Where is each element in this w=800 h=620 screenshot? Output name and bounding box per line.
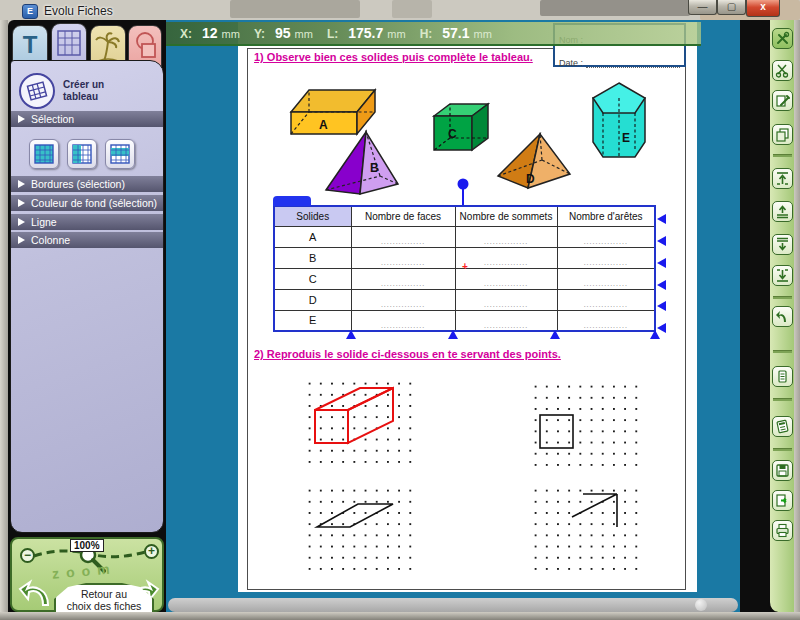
- row-handle[interactable]: [657, 236, 666, 246]
- window-border-left: [0, 20, 8, 612]
- solid-c-cube[interactable]: C: [428, 100, 494, 156]
- cell-aretes[interactable]: ...............: [557, 268, 655, 289]
- paste-button[interactable]: [772, 90, 793, 111]
- column-handle[interactable]: [346, 330, 356, 339]
- cell-faces[interactable]: ...............: [351, 247, 455, 268]
- send-to-back-button[interactable]: [772, 265, 793, 286]
- print-button[interactable]: [772, 520, 793, 541]
- worksheet-page[interactable]: 1) Observe bien ces solides puis complèt…: [238, 22, 697, 592]
- dot-grid-parallelogram[interactable]: [300, 481, 412, 573]
- select-column-button[interactable]: [67, 139, 97, 169]
- cell-faces[interactable]: ...............: [351, 310, 455, 331]
- square-drawing: [526, 377, 638, 469]
- table-pin-handle[interactable]: [456, 178, 470, 206]
- section-column[interactable]: Colonne: [11, 232, 163, 248]
- date-field[interactable]: Date :: [555, 48, 684, 71]
- app-logo-icon: E: [22, 4, 38, 19]
- cell-aretes[interactable]: ...............: [557, 226, 655, 247]
- cell-sommets[interactable]: ...............: [455, 310, 557, 331]
- bring-to-front-button[interactable]: [772, 168, 793, 189]
- red-cuboid-drawing: [300, 374, 412, 466]
- undo-arrow-button[interactable]: [18, 577, 52, 609]
- cut-button[interactable]: [772, 60, 793, 81]
- header-faces[interactable]: Nombre de faces: [351, 206, 455, 226]
- cell-aretes[interactable]: ...............: [557, 289, 655, 310]
- column-handle[interactable]: [650, 330, 660, 339]
- cell-sommets[interactable]: ...............: [455, 226, 557, 247]
- minimize-button[interactable]: —: [688, 0, 717, 15]
- row-label[interactable]: E: [274, 310, 351, 331]
- table-row: D ............... ............... ......…: [274, 289, 655, 310]
- copy-button[interactable]: [772, 124, 793, 145]
- row-label[interactable]: D: [274, 289, 351, 310]
- row-handle[interactable]: [657, 301, 666, 311]
- table-tools-panel: Créer un tableau Sélection Bordures (sél…: [10, 60, 164, 533]
- section-background-color[interactable]: Couleur de fond (sélection): [11, 195, 163, 211]
- coord-y: Y:95mm: [254, 25, 313, 41]
- copy-pages-icon: [775, 127, 790, 142]
- cell-sommets[interactable]: ...............: [455, 247, 557, 268]
- close-button[interactable]: x: [746, 0, 780, 17]
- zoom-out-button[interactable]: −: [20, 548, 35, 563]
- tools-button[interactable]: [772, 28, 793, 49]
- question-1-heading[interactable]: 1) Observe bien ces solides puis complèt…: [254, 51, 533, 63]
- cell-aretes[interactable]: ...............: [557, 310, 655, 331]
- notepad-icon: [775, 369, 790, 384]
- cell-faces[interactable]: ...............: [351, 226, 455, 247]
- header-aretes[interactable]: Nombre d'arêtes: [557, 206, 655, 226]
- circle-square-icon: [132, 31, 158, 61]
- select-all-cells-button[interactable]: [29, 139, 59, 169]
- dot-grid-model-cuboid[interactable]: [300, 374, 412, 466]
- date-label: Date :: [559, 58, 583, 68]
- column-handle[interactable]: [550, 330, 560, 339]
- horizontal-scrollbar-thumb[interactable]: [695, 599, 707, 611]
- partial-lines-drawing: [526, 481, 638, 573]
- section-row[interactable]: Ligne: [11, 214, 163, 230]
- header-sommets[interactable]: Nombre de sommets: [455, 206, 557, 226]
- calculator-button[interactable]: [772, 416, 793, 437]
- cell-aretes[interactable]: ...............: [557, 247, 655, 268]
- solid-e-pentagonal-prism[interactable]: E: [590, 80, 648, 164]
- tab-table[interactable]: [51, 23, 87, 63]
- select-row-button[interactable]: [105, 139, 135, 169]
- arrow-to-bottom-icon: [775, 268, 790, 283]
- table-selection-tab[interactable]: [273, 196, 311, 206]
- row-label[interactable]: A: [274, 226, 351, 247]
- undo-button[interactable]: [772, 306, 793, 327]
- dot-grid-partial-shape[interactable]: [526, 481, 638, 573]
- back-to-sheet-choice-button[interactable]: Retour au choix des fiches: [54, 583, 154, 612]
- export-button[interactable]: [772, 490, 793, 511]
- row-handle[interactable]: [657, 280, 666, 290]
- row-label[interactable]: C: [274, 268, 351, 289]
- cell-sommets[interactable]: ...............: [455, 289, 557, 310]
- section-borders[interactable]: Bordures (sélection): [11, 176, 163, 192]
- row-label[interactable]: B: [274, 247, 351, 268]
- question-2-heading[interactable]: 2) Reproduis le solide ci-dessous en te …: [254, 348, 561, 360]
- solid-d-pyramid[interactable]: D: [494, 130, 574, 192]
- zoom-in-button[interactable]: +: [144, 544, 159, 559]
- section-selection[interactable]: Sélection: [11, 111, 163, 127]
- save-button[interactable]: [772, 460, 793, 481]
- create-table-button[interactable]: Créer un tableau: [19, 73, 121, 109]
- solid-b-label: B: [370, 161, 379, 175]
- horizontal-scrollbar[interactable]: [168, 598, 738, 612]
- document-canvas[interactable]: 1) Observe bien ces solides puis complèt…: [166, 20, 740, 612]
- arrow-to-top-icon: [775, 171, 790, 186]
- title-bar[interactable]: E Evolu Fiches: [0, 0, 800, 20]
- row-handle[interactable]: [657, 258, 666, 268]
- bring-forward-button[interactable]: [772, 201, 793, 222]
- notes-button[interactable]: [772, 366, 793, 387]
- row-handle[interactable]: [657, 214, 666, 224]
- dot-grid-square[interactable]: [526, 377, 638, 469]
- coord-x: X:12mm: [180, 25, 240, 41]
- maximize-button[interactable]: ▢: [717, 0, 746, 15]
- cell-faces[interactable]: ...............: [351, 268, 455, 289]
- cell-faces[interactable]: ...............: [351, 289, 455, 310]
- header-solides[interactable]: Solides: [274, 206, 351, 226]
- solid-b-prism[interactable]: B: [322, 128, 402, 198]
- send-backward-button[interactable]: [772, 234, 793, 255]
- column-handle[interactable]: [448, 330, 458, 339]
- table-grid-icon: [57, 30, 81, 56]
- cell-sommets[interactable]: ...............: [455, 268, 557, 289]
- undo-curved-arrow-icon: [775, 309, 790, 324]
